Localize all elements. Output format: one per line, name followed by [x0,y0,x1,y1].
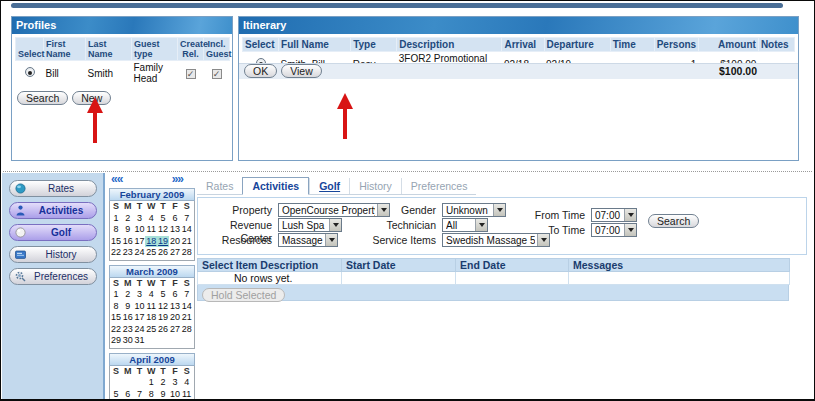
calendar-day[interactable]: 16 [122,236,134,248]
tab-activities[interactable]: Activities [242,177,309,195]
calendar-day[interactable]: 24 [134,324,146,336]
calendar-day[interactable]: 17 [134,312,146,324]
calendar-day[interactable]: 2 [157,377,169,389]
sidebar-item-history[interactable]: History [9,246,97,263]
calendar-day[interactable]: 22 [110,247,122,259]
calendar-day[interactable]: 21 [181,236,193,248]
from-time-select[interactable]: 07:00 [591,208,637,222]
calendar-day[interactable]: 25 [145,247,157,259]
tab-golf[interactable]: Golf [309,178,349,194]
property-label: Property [200,204,272,217]
calendar-dow-label: S [181,201,193,213]
calendar-day[interactable]: 23 [122,324,134,336]
calendar-day[interactable]: 10 [134,224,146,236]
calendar-day[interactable]: 19 [157,312,169,324]
sidebar-item-activities[interactable]: Activities [9,202,97,219]
calendar-day[interactable]: 5 [157,213,169,225]
ok-button[interactable]: OK [244,64,277,78]
incl-guest-checkbox[interactable] [212,69,222,79]
calendar-day[interactable]: 14 [181,224,193,236]
calendar-day[interactable]: 2 [122,213,134,225]
profile-select-radio[interactable] [25,67,35,77]
calendar-day[interactable]: 20 [169,236,181,248]
calendar-day[interactable]: 7 [181,213,193,225]
calendar-day[interactable]: 25 [145,324,157,336]
calendar-next-button[interactable]: »» [172,174,183,187]
calendar-day[interactable]: 4 [145,289,157,301]
sidebar-item-rates[interactable]: Rates [9,180,97,197]
calendar-day[interactable]: 13 [169,301,181,313]
calendar-day[interactable]: 22 [110,324,122,336]
calendar-day[interactable]: 9 [122,224,134,236]
calendar-day[interactable]: 3 [134,289,146,301]
calendar-day[interactable]: 12 [157,224,169,236]
calendar-day[interactable]: 5 [110,389,122,401]
calendar-dow-label: S [110,201,122,213]
calendar-day[interactable]: 11 [145,224,157,236]
tab-history[interactable]: History [349,178,401,194]
calendar-day[interactable]: 16 [122,312,134,324]
calendar-day[interactable]: 28 [181,324,193,336]
hold-selected-button[interactable]: Hold Selected [202,288,285,302]
technician-select[interactable]: All [442,218,488,232]
calendar-day[interactable]: 1 [110,289,122,301]
calendar-day[interactable]: 3 [134,213,146,225]
calendar-day[interactable]: 21 [181,312,193,324]
calendar-day[interactable]: 19 [157,236,169,248]
top-title-bar [11,3,783,8]
activities-search-button[interactable]: Search [648,214,699,228]
calendar-day[interactable]: 2 [122,289,134,301]
tab-strip: Rates Activities Golf History Preference… [197,178,476,195]
calendar-day[interactable]: 4 [181,377,193,389]
calendar-day[interactable]: 8 [110,224,122,236]
calendar-day[interactable]: 18 [145,312,157,324]
calendar-day[interactable]: 31 [134,335,146,347]
tab-rates[interactable]: Rates [197,178,242,194]
calendar-day[interactable]: 26 [157,247,169,259]
calendar-day[interactable]: 13 [169,224,181,236]
calendar-day[interactable]: 29 [110,335,122,347]
calendar-day[interactable]: 9 [157,389,169,401]
calendar-day[interactable]: 15 [110,312,122,324]
calendar-day[interactable]: 8 [145,389,157,401]
calendar-day[interactable]: 5 [157,289,169,301]
sidebar-item-golf[interactable]: Golf [9,224,97,241]
calendar-day[interactable]: 9 [122,301,134,313]
tab-preferences[interactable]: Preferences [401,178,477,194]
calendar-day[interactable]: 20 [169,312,181,324]
calendar-day[interactable]: 26 [157,324,169,336]
search-button[interactable]: Search [17,91,68,105]
calendar-day[interactable]: 1 [145,377,157,389]
calendar-months: February 2009SMTWTFS12345678910111213141… [109,188,195,401]
calendar-day[interactable]: 11 [181,389,193,401]
calendar-day[interactable]: 30 [122,335,134,347]
view-button[interactable]: View [281,64,322,78]
calendar-day[interactable]: 11 [145,301,157,313]
calendar-day[interactable]: 24 [134,247,146,259]
calendar-day[interactable]: 23 [122,247,134,259]
calendar-day[interactable]: 7 [181,289,193,301]
calendar-day[interactable]: 12 [157,301,169,313]
sidebar-item-preferences[interactable]: Preferences [9,268,97,285]
calendar-day[interactable]: 6 [169,289,181,301]
calendar-day[interactable]: 6 [169,213,181,225]
calendar-day[interactable]: 14 [181,301,193,313]
calendar-prev-button[interactable]: «« [111,174,122,187]
calendar-day[interactable]: 7 [134,389,146,401]
calendar-day[interactable]: 27 [169,324,181,336]
calendar-day[interactable]: 18 [145,236,157,248]
calendar-day[interactable]: 3 [169,377,181,389]
calendar-day[interactable]: 1 [110,213,122,225]
calendar-day[interactable]: 6 [122,389,134,401]
calendar-day[interactable]: 28 [181,247,193,259]
calendar-day[interactable]: 8 [110,301,122,313]
calendar-day[interactable]: 4 [145,213,157,225]
calendar-dow-label: W [145,366,157,378]
create-rel-checkbox[interactable] [186,69,196,79]
calendar-day[interactable]: 17 [134,236,146,248]
calendar-day[interactable]: 27 [169,247,181,259]
to-time-select[interactable]: 07:00 [591,223,637,237]
calendar-day[interactable]: 10 [169,389,181,401]
calendar-day[interactable]: 10 [134,301,146,313]
calendar-day[interactable]: 15 [110,236,122,248]
